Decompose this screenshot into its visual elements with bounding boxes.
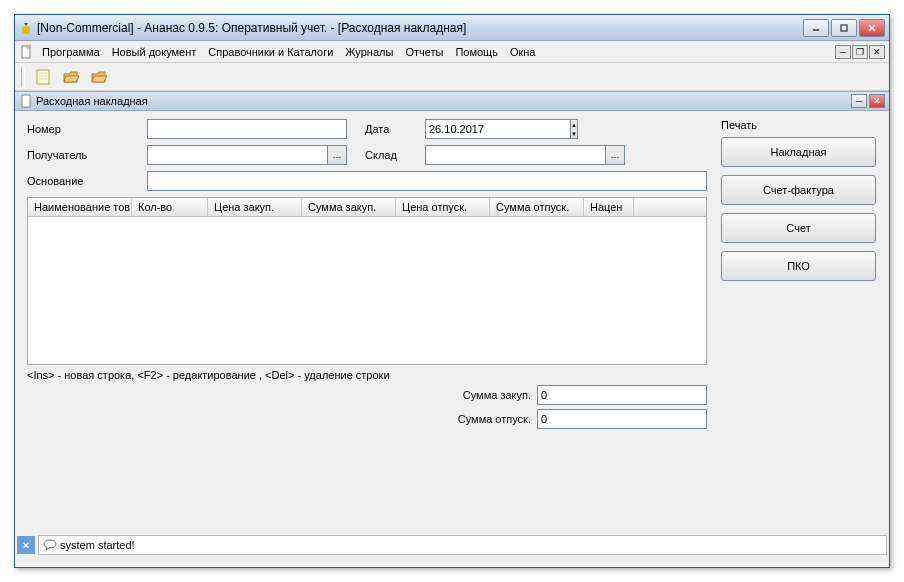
sub-close-button[interactable]: ✕ <box>869 94 885 108</box>
warehouse-label: Склад <box>365 149 425 161</box>
sum-purchase-label: Сумма закуп. <box>463 389 531 401</box>
warehouse-combo: … <box>425 145 625 165</box>
th-name[interactable]: Наименование тов <box>28 198 132 216</box>
warehouse-input[interactable] <box>425 145 605 165</box>
th-markup[interactable]: Нацен <box>584 198 634 216</box>
close-button[interactable] <box>859 19 885 37</box>
svg-rect-2 <box>841 25 847 31</box>
svg-point-0 <box>22 26 30 34</box>
form-area: Номер Дата ▲▼ Получатель … Склад <box>19 115 715 477</box>
table-header: Наименование тов Кол-во Цена закуп. Сумм… <box>28 198 706 217</box>
toolbar-new-icon[interactable] <box>31 66 55 88</box>
menu-windows[interactable]: Окна <box>504 44 542 60</box>
recipient-lookup-button[interactable]: … <box>327 145 347 165</box>
toolbar <box>15 63 889 91</box>
basis-label: Основание <box>27 175 147 187</box>
statusbar: × system started! <box>15 533 889 557</box>
toolbar-open2-icon[interactable] <box>87 66 111 88</box>
sub-minimize-button[interactable]: ─ <box>851 94 867 108</box>
recipient-input[interactable] <box>147 145 327 165</box>
document-icon <box>19 45 33 59</box>
app-icon <box>19 21 33 35</box>
svg-rect-6 <box>37 70 49 84</box>
mdi-minimize-button[interactable]: ─ <box>835 45 851 59</box>
recipient-combo: … <box>147 145 347 165</box>
number-input[interactable] <box>147 119 347 139</box>
print-facture-button[interactable]: Счет-фактура <box>721 175 876 205</box>
toolbar-grip <box>21 67 25 87</box>
th-sum-sale[interactable]: Сумма отпуск. <box>490 198 584 216</box>
toolbar-open-icon[interactable] <box>59 66 83 88</box>
menubar: Программа Новый документ Справочники и К… <box>15 41 889 63</box>
print-panel: Печать Накладная Счет-фактура Счет ПКО <box>715 115 885 477</box>
svg-rect-10 <box>22 95 30 107</box>
menu-journals[interactable]: Журналы <box>339 44 399 60</box>
menu-program[interactable]: Программа <box>36 44 106 60</box>
svg-point-11 <box>44 540 56 548</box>
titlebar: [Non-Commercial] - Ананас 0.9.5: Операти… <box>15 15 889 41</box>
status-message-box: system started! <box>38 535 887 555</box>
th-sum-purchase[interactable]: Сумма закуп. <box>302 198 396 216</box>
th-price-sale[interactable]: Цена отпуск. <box>396 198 490 216</box>
number-label: Номер <box>27 123 147 135</box>
sum-sale-input[interactable] <box>537 409 707 429</box>
sum-sale-label: Сумма отпуск. <box>458 413 531 425</box>
sub-document-icon <box>19 94 33 108</box>
subwindow: Расходная накладная ─ ✕ Номер Дата ▲▼ <box>15 91 889 481</box>
date-input[interactable] <box>425 119 570 139</box>
print-title: Печать <box>721 119 879 131</box>
line-items-table[interactable]: Наименование тов Кол-во Цена закуп. Сумм… <box>27 197 707 365</box>
th-price-purchase[interactable]: Цена закуп. <box>208 198 302 216</box>
recipient-label: Получатель <box>27 149 147 161</box>
warehouse-lookup-button[interactable]: … <box>605 145 625 165</box>
hint-text: <Ins> - новая строка, <F2> - редактирова… <box>27 369 707 381</box>
date-label: Дата <box>365 123 425 135</box>
menu-reports[interactable]: Отчеты <box>399 44 449 60</box>
status-close-button[interactable]: × <box>17 536 35 554</box>
menu-help[interactable]: Помощь <box>449 44 504 60</box>
maximize-button[interactable] <box>831 19 857 37</box>
menu-catalogs[interactable]: Справочники и Каталоги <box>202 44 339 60</box>
speech-bubble-icon <box>43 539 57 551</box>
sum-purchase-input[interactable] <box>537 385 707 405</box>
sub-titlebar: Расходная накладная ─ ✕ <box>15 91 889 111</box>
minimize-button[interactable] <box>803 19 829 37</box>
print-invoice-button[interactable]: Накладная <box>721 137 876 167</box>
basis-input[interactable] <box>147 171 707 191</box>
status-message: system started! <box>60 539 135 551</box>
print-pko-button[interactable]: ПКО <box>721 251 876 281</box>
main-window: [Non-Commercial] - Ананас 0.9.5: Операти… <box>14 14 890 568</box>
print-bill-button[interactable]: Счет <box>721 213 876 243</box>
date-spinner[interactable]: ▲▼ <box>570 119 578 139</box>
date-input-group: ▲▼ <box>425 119 555 139</box>
window-title: [Non-Commercial] - Ананас 0.9.5: Операти… <box>37 21 803 35</box>
th-qty[interactable]: Кол-во <box>132 198 208 216</box>
menu-new-document[interactable]: Новый документ <box>106 44 203 60</box>
subwindow-title: Расходная накладная <box>36 95 849 107</box>
mdi-close-button[interactable]: ✕ <box>869 45 885 59</box>
mdi-restore-button[interactable]: ❐ <box>852 45 868 59</box>
